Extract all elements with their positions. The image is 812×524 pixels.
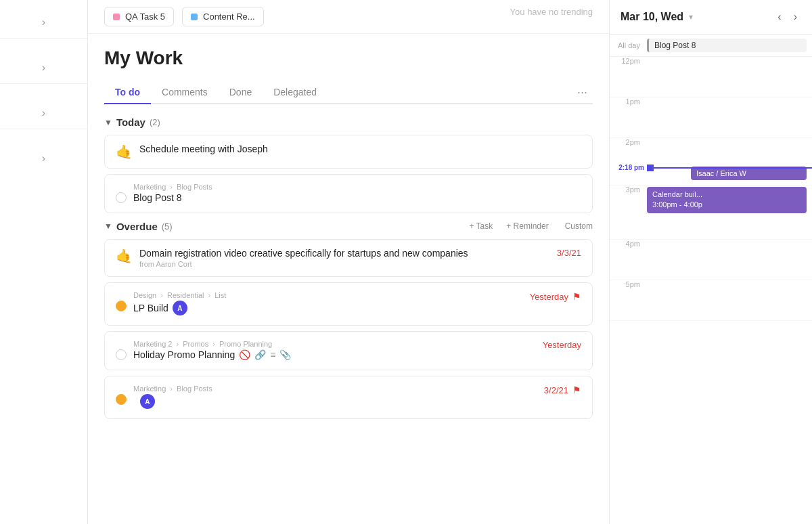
cal-allday-label: All day	[610, 41, 647, 49]
cal-time-12pm: 12pm	[610, 57, 647, 65]
cal-time-4pm: 4pm	[610, 240, 647, 248]
sidebar: › › › ›	[0, 0, 88, 524]
task-right-holiday-promo: Yesterday	[543, 340, 581, 350]
task-card-schedule-meeting: 🤙 Schedule meeting with Joseph	[104, 135, 593, 169]
task-checkbox-lp-build[interactable]	[116, 301, 127, 311]
overdue-section: ▼ Overdue (5) + Task + Reminder Custom 🤙…	[104, 220, 593, 419]
calendar-date-dropdown[interactable]: ▾	[689, 12, 693, 22]
calendar-body: All day Blog Post 8 12pm 1pm 2pm 2:18 pm…	[610, 35, 812, 521]
task-card-domain-reg: 🤙 Domain registration video creative spe…	[104, 239, 593, 277]
task-date-blogpost-overdue: 3/2/21	[544, 385, 568, 395]
current-time-line	[654, 167, 812, 169]
task-flag-lp-build: ⚑	[572, 291, 581, 302]
task-date-domain: 3/3/21	[557, 248, 581, 258]
trending-text: You have no trending	[510, 7, 593, 26]
task-right-blogpost-overdue: 3/2/21 ⚑	[544, 385, 581, 395]
task-right-domain: 3/3/21	[557, 248, 581, 258]
cal-hour-2pm: 2pm 2:18 pm Isaac / Erica W	[610, 138, 812, 185]
tab-todo[interactable]: To do	[104, 81, 151, 103]
task-card-holiday-promo: Marketing 2 › Promos › Promo Planning Ho…	[104, 331, 593, 370]
cal-hour-4pm: 4pm	[610, 240, 812, 280]
task-date-lp-build: Yesterday	[530, 292, 568, 302]
calendar-next-button[interactable]: ›	[790, 9, 801, 24]
top-task-label-1: QA Task 5	[125, 12, 165, 22]
promo-icon-list: ≡	[270, 349, 275, 360]
today-collapse-arrow[interactable]: ▼	[104, 118, 112, 127]
cal-hour-1pm: 1pm	[610, 97, 812, 138]
task-emoji-domain: 🤙	[116, 248, 133, 264]
task-name-domain[interactable]: Domain registration video creative speci…	[139, 248, 550, 259]
overdue-actions: + Task + Reminder	[465, 220, 552, 232]
task-card-lp-build: Design › Residential › List LP Build A Y…	[104, 282, 593, 326]
tab-more-button[interactable]: ···	[572, 83, 593, 102]
calendar-panel: Mar 10, Wed ▾ ‹ › All day Blog Post 8 12…	[609, 0, 812, 524]
sidebar-arrow-4[interactable]: ›	[0, 143, 87, 174]
task-name-holiday-promo[interactable]: Holiday Promo Planning 🚫 🔗 ≡ 📎	[133, 349, 536, 360]
tabs-bar: To do Comments Done Delegated ···	[104, 81, 593, 104]
task-breadcrumb-lp-build: Design › Residential › List	[133, 291, 523, 299]
overdue-count: (5)	[162, 221, 173, 232]
task-content-blogpost8: Marketing › Blog Posts Blog Post 8	[133, 183, 581, 204]
overdue-section-header: ▼ Overdue (5) + Task + Reminder Custom	[104, 220, 593, 232]
cal-hour-5pm: 5pm	[610, 280, 812, 321]
promo-icon-block: 🚫	[239, 349, 250, 360]
calendar-date-label: Mar 10, Wed	[621, 11, 683, 23]
task-name-schedule-meeting[interactable]: Schedule meeting with Joseph	[139, 144, 581, 154]
task-content-1: Schedule meeting with Joseph	[139, 144, 581, 156]
overdue-collapse-arrow[interactable]: ▼	[104, 221, 112, 231]
task-content-blogpost-overdue: Marketing › Blog Posts A	[133, 385, 537, 410]
top-tasks-bar: QA Task 5 Content Re... You have no tren…	[88, 0, 609, 34]
current-time-label: 2:18 pm	[610, 164, 647, 171]
task-checkbox-blogpost-overdue[interactable]	[116, 394, 127, 405]
task-card-blog-post-8: Marketing › Blog Posts Blog Post 8	[104, 174, 593, 213]
top-task-chip-2[interactable]: Content Re...	[182, 7, 264, 26]
promo-icon-link: 🔗	[254, 349, 266, 360]
today-count: (2)	[150, 117, 160, 127]
task-dot-pink	[113, 14, 120, 20]
promo-icon-attach: 📎	[279, 349, 291, 360]
today-section-header: ▼ Today (2)	[104, 116, 593, 128]
task-avatar-blogpost: A	[140, 394, 155, 409]
cal-hour-3pm: 3pm Calendar buil... 3:00pm - 4:00p	[610, 185, 812, 240]
add-task-button[interactable]: + Task	[465, 220, 497, 232]
top-task-label-2: Content Re...	[203, 12, 255, 22]
sidebar-arrow-2[interactable]: ›	[0, 52, 87, 84]
task-breadcrumb-holiday-promo: Marketing 2 › Promos › Promo Planning	[133, 340, 536, 348]
calendar-prev-button[interactable]: ‹	[773, 9, 785, 24]
task-checkbox-blogpost8[interactable]	[116, 192, 127, 203]
task-card-blogpost-overdue: Marketing › Blog Posts A 3/2/21 ⚑	[104, 376, 593, 419]
cal-hour-12pm: 12pm	[610, 57, 812, 97]
main-content: QA Task 5 Content Re... You have no tren…	[88, 0, 609, 524]
cal-allday-row: All day Blog Post 8	[610, 35, 812, 57]
cal-time-5pm: 5pm	[610, 280, 647, 288]
task-name-blogpost8[interactable]: Blog Post 8	[133, 192, 581, 203]
task-name-blogpost-overdue[interactable]: A	[133, 394, 537, 409]
sidebar-arrow-3[interactable]: ›	[0, 97, 87, 129]
current-time-indicator: 2:18 pm	[610, 164, 812, 171]
task-date-holiday-promo: Yesterday	[543, 340, 581, 350]
custom-button[interactable]: Custom	[565, 221, 593, 231]
task-emoji-1: 🤙	[116, 144, 133, 160]
cal-time-1pm: 1pm	[610, 97, 647, 106]
calendar-header: Mar 10, Wed ▾ ‹ ›	[610, 0, 812, 35]
task-content-domain: Domain registration video creative speci…	[139, 248, 550, 268]
cal-event-calendar[interactable]: Calendar buil... 3:00pm - 4:00p	[647, 187, 807, 213]
add-reminder-button[interactable]: + Reminder	[502, 220, 552, 232]
task-dot-blue	[191, 14, 198, 20]
tab-comments[interactable]: Comments	[151, 81, 219, 103]
tab-delegated[interactable]: Delegated	[263, 81, 328, 103]
task-avatar-lp-build: A	[173, 301, 187, 315]
task-from-domain: from Aaron Cort	[139, 260, 550, 268]
cal-time-2pm: 2pm	[610, 138, 647, 146]
today-section-title: Today	[116, 116, 145, 128]
overdue-section-title: Overdue	[116, 221, 158, 232]
my-work-section: My Work To do Comments Done Delegated ··…	[88, 34, 609, 524]
top-task-chip-1[interactable]: QA Task 5	[104, 7, 174, 26]
current-time-dot	[647, 165, 654, 171]
cal-allday-event[interactable]: Blog Post 8	[647, 39, 807, 52]
sidebar-arrow-1[interactable]: ›	[0, 7, 87, 39]
task-name-lp-build[interactable]: LP Build A	[133, 301, 523, 315]
task-checkbox-holiday-promo[interactable]	[116, 349, 127, 360]
task-flag-blogpost: ⚑	[572, 385, 581, 395]
tab-done[interactable]: Done	[219, 81, 263, 103]
